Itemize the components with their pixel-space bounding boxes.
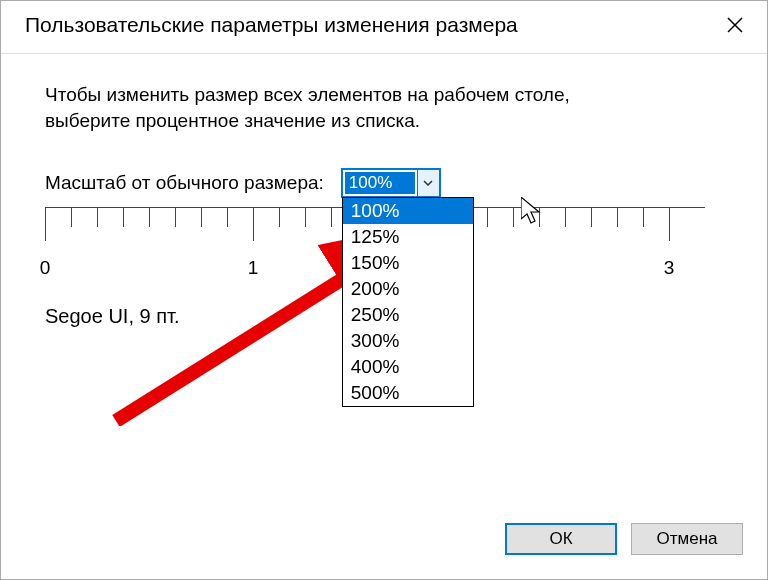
ruler-tick-minor [97,207,98,227]
ruler-label: 0 [40,257,51,279]
combo-box[interactable]: 100% [342,169,440,197]
ruler-label: 3 [664,257,675,279]
close-icon [726,16,744,34]
option-500[interactable]: 500% [343,380,473,406]
ruler-tick-minor [643,207,644,227]
chevron-down-icon [423,180,433,186]
option-125[interactable]: 125% [343,224,473,250]
button-row: ОК Отмена [505,523,743,555]
ruler-tick-minor [279,207,280,227]
ruler-tick-minor [227,207,228,227]
ruler-tick-minor [591,207,592,227]
dialog-title: Пользовательские параметры изменения раз… [25,13,518,37]
option-400[interactable]: 400% [343,354,473,380]
ruler-label: 1 [248,257,259,279]
combo-dropdown-button[interactable] [417,170,439,196]
dialog-body: Чтобы изменить размер всех элементов на … [1,54,767,338]
scale-row: Масштаб от обычного размера: 100% 100% 1… [45,169,731,197]
ruler-tick-minor [487,207,488,227]
combo-selected-value: 100% [345,172,415,194]
ruler-tick-minor [305,207,306,227]
ok-button[interactable]: ОК [505,523,617,555]
close-button[interactable] [721,11,749,39]
cancel-button[interactable]: Отмена [631,523,743,555]
option-300[interactable]: 300% [343,328,473,354]
ruler-tick-major [669,207,670,241]
ruler-tick-major [253,207,254,241]
scale-label: Масштаб от обычного размера: [45,172,324,194]
ruler-tick-minor [617,207,618,227]
ruler-tick-minor [175,207,176,227]
option-100[interactable]: 100% [343,198,473,224]
ruler-tick-minor [71,207,72,227]
dialog-window: Пользовательские параметры изменения раз… [0,0,768,580]
option-250[interactable]: 250% [343,302,473,328]
ruler-tick-minor [539,207,540,227]
option-200[interactable]: 200% [343,276,473,302]
ruler-tick-minor [149,207,150,227]
ruler-tick-minor [513,207,514,227]
ruler-tick-minor [201,207,202,227]
instruction-text: Чтобы изменить размер всех элементов на … [45,82,655,133]
ruler-tick-minor [123,207,124,227]
option-150[interactable]: 150% [343,250,473,276]
combo-dropdown-list[interactable]: 100% 125% 150% 200% 250% 300% 400% 500% [342,197,474,407]
ruler-tick-minor [565,207,566,227]
titlebar: Пользовательские параметры изменения раз… [1,1,767,54]
scale-combo[interactable]: 100% 100% 125% 150% 200% 250% 300% 400% [342,169,440,197]
ruler-tick-minor [331,207,332,227]
ruler-tick-major [45,207,46,241]
